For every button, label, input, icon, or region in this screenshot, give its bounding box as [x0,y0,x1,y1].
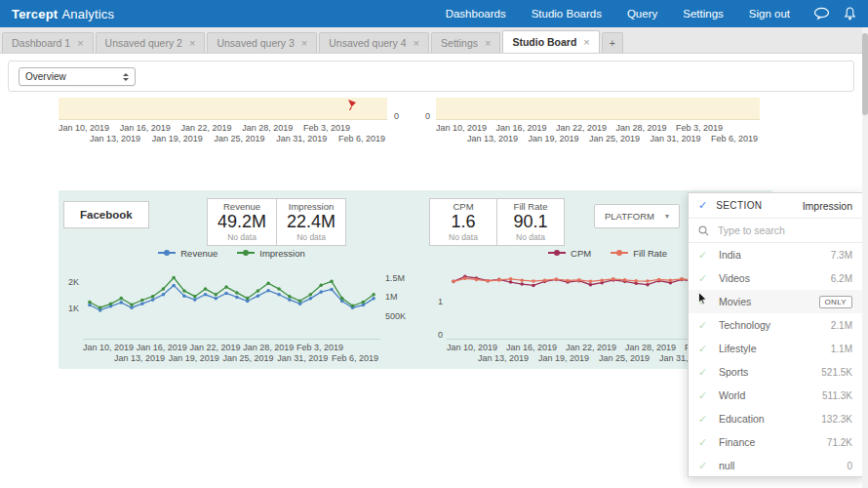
dropdown-item[interactable]: ✓ Finance ONLY 71.2K [689,430,862,454]
x-axis-label: Jan 10, 2019 [436,123,487,134]
metric-subtext: No data [440,232,487,242]
x-axis-label: Jan 10, 2019 [59,123,109,134]
close-tab-icon[interactable]: × [485,37,491,49]
nav-link[interactable]: Settings [683,8,724,20]
checkbox-check-icon[interactable]: ✓ [698,366,708,379]
checkbox-check-icon[interactable]: ✓ [698,460,708,472]
metric-label: CPM [440,201,487,212]
tab[interactable]: Unsaved query 4 × [319,32,429,53]
dropdown-item-label: Movies [719,296,751,307]
dropdown-item[interactable]: ✓ null ONLY 0 [689,454,862,476]
new-tab-button[interactable]: + [602,32,623,53]
dropdown-item[interactable]: ✓ Lifestyle ONLY 1.1M [689,337,862,360]
dropdown-item-value: 132.3K [821,414,852,425]
tabs-list: Dashboard 1 × Unsaved query 2 × Unsaved … [2,30,600,53]
y-axis-tick: 0 [419,330,443,340]
close-tab-icon[interactable]: × [189,37,195,49]
select-arrows-icon [123,73,129,81]
nav-link[interactable]: Studio Boards [532,8,602,20]
dropdown-item[interactable]: ✓ Technology ONLY 2.1M [689,313,862,337]
tab[interactable]: Studio Board × [502,30,599,53]
legend-item[interactable]: CPM [548,248,591,259]
top-navbar: TerceptAnalytics DashboardsStudio Boards… [0,0,868,27]
chat-icon[interactable] [813,7,830,21]
checkbox-check-icon[interactable]: ✓ [698,389,708,402]
legend-item[interactable]: Fill Rate [611,248,667,259]
tab-label: Unsaved query 4 [329,37,406,49]
sparkline-chart-right: 0 Jan 10, 2019Jan 16, 2019Jan 22, 2019Ja… [436,98,760,144]
legend-item[interactable]: Impression [237,248,304,259]
dropdown-item-value: 511.3K [822,390,852,401]
dropdown-search-input[interactable] [718,224,835,236]
dropdown-item[interactable]: ✓ Movies ONLY [689,290,862,313]
x-axis-label: Feb 6, 2019 [711,134,758,144]
dropdown-item-label: World [719,389,745,401]
y-axis-tick: 500K [385,311,406,321]
x-axis-label: Jan 25, 2019 [599,353,650,364]
legend-label: CPM [571,248,591,259]
x-axis-labels: Jan 10, 2019Jan 16, 2019Jan 22, 2019Jan … [59,123,387,144]
nav-link[interactable]: Query [627,8,657,20]
facebook-panel: Facebook Revenue 49.2M No data Impressio… [59,190,772,369]
search-icon [698,225,709,236]
tab[interactable]: Unsaved query 2 × [96,32,206,53]
page-scrollbar[interactable] [862,27,868,488]
dropdown-item-value: 6.2M [831,273,852,284]
platform-dropdown[interactable]: PLATFORM ▾ [594,204,680,228]
dropdown-item[interactable]: ✓ India ONLY 7.3M [689,243,862,266]
dropdown-item[interactable]: ✓ Videos ONLY 6.2M [689,266,862,290]
tab[interactable]: Unsaved query 3 × [207,32,317,53]
y-axis-tick: 1.5M [385,273,405,283]
checkbox-check-icon[interactable]: ✓ [698,272,708,285]
dropdown-item[interactable]: ✓ Education ONLY 132.3K [689,407,862,430]
x-axis-label: Jan 13, 2019 [90,134,140,144]
nav-link[interactable]: Dashboards [446,8,506,20]
legend-swatch [548,252,566,254]
annotation-marker[interactable] [347,98,358,115]
close-tab-icon[interactable]: × [583,36,589,48]
app-window: TerceptAnalytics DashboardsStudio Boards… [0,0,868,488]
metric-card: Revenue 49.2M No data [207,198,277,246]
revenue-impression-chart: RevenueImpression 1K2K500K1M1.5M Jan 10,… [83,246,380,364]
dropdown-item-list: ✓ India ONLY 7.3M ✓ Videos ONLY 6.2M ✓ M… [689,243,862,476]
x-axis-label: Jan 22, 2019 [180,123,231,134]
x-axis-label: Jan 16, 2019 [506,343,557,353]
checkbox-check-icon[interactable]: ✓ [698,436,708,449]
checkbox-check-icon[interactable]: ✓ [698,319,708,332]
legend-swatch [237,252,255,254]
dropdown-item-value: 2.1M [831,320,852,331]
dropdown-item[interactable]: ✓ Sports ONLY 521.5K [689,360,862,384]
close-tab-icon[interactable]: × [301,37,307,49]
dropdown-item-label: Education [719,413,765,425]
bell-icon[interactable] [844,7,856,20]
x-axis-label: Jan 13, 2019 [467,134,518,144]
metric-subtext: No data [507,232,554,242]
legend-item[interactable]: Revenue [158,248,217,259]
tab[interactable]: Settings × [431,32,500,53]
tab[interactable]: Dashboard 1 × [2,32,94,53]
chart-legend: RevenueImpression [83,246,380,260]
x-axis-label: Jan 31, 2019 [277,353,328,364]
x-axis-label: Jan 28, 2019 [625,343,676,353]
overview-select[interactable]: Overview [19,67,136,86]
x-axis-label: Jan 19, 2019 [169,353,219,364]
checkbox-check-icon[interactable]: ✓ [698,343,708,355]
check-icon: ✓ [698,199,707,212]
only-button[interactable]: ONLY [819,296,852,308]
legend-label: Impression [259,248,304,259]
dropdown-header-metric[interactable]: Impression [803,200,852,212]
chart-plot: 1K2K500K1M1.5M [83,264,380,340]
checkbox-check-icon[interactable]: ✓ [698,249,708,262]
tab-label: Unsaved query 2 [105,37,182,49]
close-tab-icon[interactable]: × [77,37,83,49]
dropdown-item[interactable]: ✓ World ONLY 511.3K [689,384,862,407]
overview-select-value: Overview [25,71,66,82]
dropdown-item-label: null [719,460,734,471]
close-tab-icon[interactable]: × [414,37,419,49]
scrollbar-thumb[interactable] [862,33,868,115]
dropdown-item-value: 521.5K [821,367,852,378]
checkbox-check-icon[interactable]: ✓ [698,413,708,426]
section-filter-dropdown: ✓ SECTION Impression ✓ India ONLY 7.3M ✓… [688,192,863,477]
metric-group-left: Revenue 49.2M No data Impression 22.4M N… [207,198,346,246]
nav-link[interactable]: Sign out [749,8,790,20]
